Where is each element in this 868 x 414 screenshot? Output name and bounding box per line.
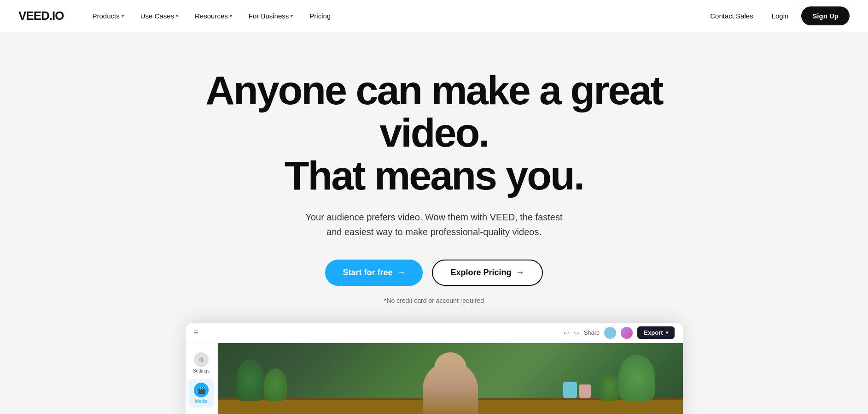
signup-button[interactable]: Sign Up <box>801 6 850 25</box>
hero-subtitle: Your audience prefers video. Wow them wi… <box>301 210 568 239</box>
hero-title: Anyone can make a great video. That mean… <box>181 69 687 197</box>
navbar: VEED.IO Products ▾ Use Cases ▾ Resources… <box>0 0 868 32</box>
app-topbar: ≡ ↩ ↪ Share Export ▾ <box>186 323 683 343</box>
avatar-2 <box>621 327 633 339</box>
app-topbar-left: ≡ <box>194 328 199 337</box>
avatar-1 <box>604 327 616 339</box>
share-label[interactable]: Share <box>584 329 600 336</box>
disclaimer-text: *No credit card or account required <box>18 297 850 304</box>
nav-item-products[interactable]: Products ▾ <box>86 8 130 24</box>
plant-decoration-1 <box>236 359 264 401</box>
redo-icon[interactable]: ↪ <box>574 329 579 337</box>
video-preview-area <box>218 343 683 414</box>
contact-sales-link[interactable]: Contact Sales <box>705 8 758 24</box>
video-overlay <box>218 343 683 414</box>
plant-decoration-2 <box>264 368 287 401</box>
hero-buttons: Start for free → Explore Pricing → <box>18 260 850 286</box>
brand-logo[interactable]: VEED.IO <box>18 9 64 23</box>
chevron-down-icon: ▾ <box>291 13 293 18</box>
login-link[interactable]: Login <box>766 8 794 24</box>
sidebar-item-media[interactable]: 🎬 Media <box>188 379 214 408</box>
nav-right: Contact Sales Login Sign Up <box>705 6 850 25</box>
chevron-down-icon: ▾ <box>176 13 178 18</box>
chevron-down-icon: ▾ <box>230 13 232 18</box>
nav-item-forbusiness[interactable]: For Business ▾ <box>242 8 300 24</box>
arrow-right-icon: → <box>397 268 405 278</box>
explore-pricing-button[interactable]: Explore Pricing → <box>432 260 542 286</box>
sidebar-item-settings[interactable]: ⚙ Settings <box>188 349 214 377</box>
app-sidebar: ⚙ Settings 🎬 Media <box>186 343 218 414</box>
chevron-down-icon: ▾ <box>666 330 668 335</box>
mug-decoration <box>563 382 577 398</box>
nav-links: Products ▾ Use Cases ▾ Resources ▾ For B… <box>86 8 705 24</box>
media-icon: 🎬 <box>194 383 209 397</box>
chevron-down-icon: ▾ <box>122 13 124 18</box>
sidebar-settings-label: Settings <box>193 368 210 373</box>
undo-icon[interactable]: ↩ <box>564 329 569 337</box>
nav-item-resources[interactable]: Resources ▾ <box>188 8 239 24</box>
person-body <box>423 361 478 414</box>
sidebar-media-label: Media <box>195 399 207 404</box>
arrow-right-icon: → <box>516 268 524 278</box>
pot-decoration <box>579 384 591 398</box>
nav-item-pricing[interactable]: Pricing <box>303 8 337 24</box>
app-preview: ≡ ↩ ↪ Share Export ▾ ⚙ Settings <box>186 323 683 414</box>
hero-section: Anyone can make a great video. That mean… <box>0 32 868 414</box>
nav-item-usecases[interactable]: Use Cases ▾ <box>134 8 185 24</box>
export-button[interactable]: Export ▾ <box>637 326 674 339</box>
plant-decoration-4 <box>600 373 618 401</box>
app-body: ⚙ Settings 🎬 Media <box>186 343 683 414</box>
settings-icon: ⚙ <box>194 352 209 367</box>
hamburger-icon[interactable]: ≡ <box>194 328 199 337</box>
start-for-free-button[interactable]: Start for free → <box>325 260 423 286</box>
plant-decoration-3 <box>618 355 655 401</box>
video-background <box>218 343 683 414</box>
app-topbar-right: ↩ ↪ Share Export ▾ <box>564 326 675 339</box>
